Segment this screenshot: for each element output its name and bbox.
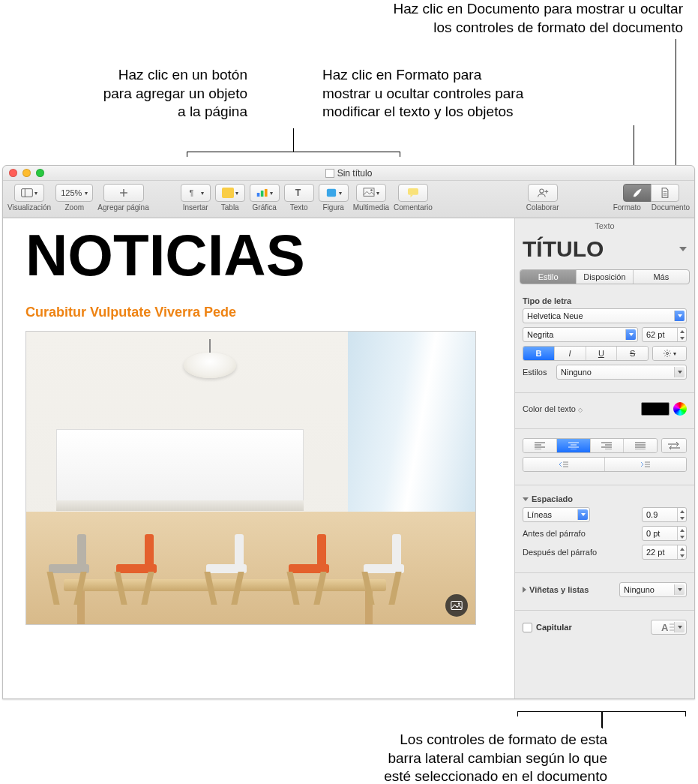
strike-button[interactable]: S bbox=[617, 347, 648, 360]
svg-marker-13 bbox=[410, 195, 413, 198]
minimize-icon[interactable] bbox=[22, 169, 31, 177]
spacing-value-field[interactable]: 0.9 bbox=[642, 507, 687, 522]
svg-point-11 bbox=[370, 189, 373, 191]
zoom-label: Zoom bbox=[64, 204, 84, 212]
font-weight-select[interactable]: Negrita bbox=[523, 327, 638, 342]
underline-button[interactable]: U bbox=[586, 347, 618, 360]
italic-button[interactable]: I bbox=[555, 347, 586, 360]
before-para-field[interactable]: 0 pt bbox=[642, 526, 687, 541]
align-right-button[interactable] bbox=[591, 439, 625, 452]
spacing-disclosure[interactable]: Espaciado bbox=[523, 494, 687, 503]
text-label: Texto bbox=[290, 204, 308, 212]
media-label: Multimedia bbox=[353, 204, 389, 212]
svg-point-22 bbox=[667, 353, 669, 355]
leader-sidebar bbox=[601, 711, 602, 728]
font-family-select[interactable]: Helvetica Neue bbox=[523, 308, 687, 323]
view-label: Visualización bbox=[7, 204, 51, 212]
char-styles-select[interactable]: Ninguno bbox=[556, 365, 687, 380]
dropcap-style-select[interactable]: A bbox=[651, 620, 687, 635]
subheadline[interactable]: Curabitur Vulputate Viverra Pede bbox=[25, 305, 492, 320]
format-button[interactable] bbox=[623, 184, 652, 202]
leader-insert bbox=[293, 128, 294, 152]
format-label: Formato bbox=[613, 204, 641, 212]
media-button[interactable]: ▾ bbox=[356, 184, 386, 202]
text-icon: T bbox=[293, 188, 305, 198]
font-size-field[interactable]: 62 pt bbox=[642, 327, 687, 342]
comment-icon bbox=[407, 188, 419, 198]
page-icon bbox=[659, 188, 671, 198]
document-canvas[interactable]: NOTICIAS Curabitur Vulputate Viverra Ped… bbox=[3, 218, 514, 698]
paragraph-style-popup[interactable]: TÍTULO bbox=[515, 232, 694, 269]
add-page-button[interactable] bbox=[103, 184, 144, 202]
traffic-lights bbox=[9, 169, 44, 177]
svg-point-21 bbox=[458, 602, 460, 605]
direction-button[interactable] bbox=[661, 438, 687, 453]
bold-button[interactable]: B bbox=[523, 347, 555, 360]
insert-button[interactable]: ¶▾ bbox=[181, 184, 211, 202]
indent-button[interactable] bbox=[605, 458, 686, 471]
comment-label: Comentario bbox=[394, 204, 433, 212]
after-para-label: Después del párrafo bbox=[523, 548, 638, 557]
outdent-button[interactable] bbox=[523, 458, 605, 471]
spacing-type-select[interactable]: Líneas bbox=[523, 507, 590, 522]
advanced-font-button[interactable]: ▾ bbox=[652, 346, 687, 361]
doc-title: Sin título bbox=[325, 168, 373, 179]
align-left-button[interactable] bbox=[523, 439, 557, 452]
page: NOTICIAS Curabitur Vulputate Viverra Ped… bbox=[3, 221, 514, 625]
toolbar: ▾ Visualización 125%▾ Zoom Agregar págin… bbox=[3, 181, 694, 218]
svg-text:A: A bbox=[661, 622, 669, 632]
chart-button[interactable]: ▾ bbox=[250, 184, 280, 202]
document-button[interactable] bbox=[651, 184, 679, 202]
comment-button[interactable] bbox=[398, 184, 428, 202]
svg-rect-0 bbox=[22, 189, 33, 197]
shape-button[interactable]: ▾ bbox=[319, 184, 349, 202]
callout-sidebar: Los controles de formato de estabarra la… bbox=[210, 731, 607, 784]
svg-rect-5 bbox=[256, 193, 259, 197]
zoom-icon[interactable] bbox=[36, 169, 44, 177]
tab-style[interactable]: Estilo bbox=[520, 270, 577, 284]
image-replace-icon[interactable] bbox=[445, 594, 468, 617]
pilcrow-icon: ¶ bbox=[187, 188, 199, 198]
text-color-swatch[interactable] bbox=[641, 402, 670, 416]
chart-icon bbox=[256, 188, 268, 198]
bullets-disclosure[interactable]: Viñetas y listas bbox=[523, 585, 616, 594]
align-center-button[interactable] bbox=[557, 439, 591, 452]
font-section-label: Tipo de letra bbox=[523, 296, 687, 305]
collaborate-button[interactable] bbox=[528, 184, 558, 202]
before-para-label: Antes del párrafo bbox=[523, 529, 638, 538]
color-wheel-icon[interactable] bbox=[673, 402, 687, 416]
shape-label: Figura bbox=[323, 204, 344, 212]
svg-rect-9 bbox=[327, 189, 336, 197]
svg-rect-20 bbox=[451, 601, 462, 609]
indent-buttons bbox=[523, 457, 687, 472]
align-justify-button[interactable] bbox=[624, 439, 657, 452]
svg-text:¶: ¶ bbox=[189, 188, 193, 197]
hero-image[interactable] bbox=[25, 331, 476, 625]
callout-document: Haz clic en Documento para mostrar u ocu… bbox=[218, 0, 683, 37]
dropcap-checkbox[interactable] bbox=[523, 623, 532, 632]
svg-rect-10 bbox=[364, 188, 374, 197]
svg-rect-6 bbox=[261, 191, 264, 197]
shape-icon bbox=[325, 188, 337, 198]
text-button[interactable]: T bbox=[284, 184, 314, 202]
table-label: Tabla bbox=[221, 204, 239, 212]
titlebar: Sin título bbox=[3, 166, 694, 181]
zoom-select[interactable]: 125%▾ bbox=[55, 184, 93, 202]
document-label: Documento bbox=[652, 204, 690, 212]
addpage-label: Agregar página bbox=[97, 204, 148, 212]
view-button[interactable]: ▾ bbox=[14, 184, 44, 202]
tab-layout[interactable]: Disposición bbox=[577, 270, 633, 284]
callouts-top: Haz clic en Documento para mostrar u ocu… bbox=[0, 0, 698, 165]
bullets-select[interactable]: Ninguno bbox=[619, 582, 687, 597]
brush-icon bbox=[631, 188, 643, 198]
format-doc-segment bbox=[623, 184, 679, 202]
tab-more[interactable]: Más bbox=[634, 270, 689, 284]
plus-icon bbox=[118, 188, 130, 198]
after-para-field[interactable]: 22 pt bbox=[642, 545, 687, 560]
close-icon[interactable] bbox=[9, 169, 17, 177]
leader-doc bbox=[676, 39, 676, 180]
person-add-icon bbox=[537, 188, 549, 198]
sidebar-view-icon bbox=[21, 188, 33, 198]
headline[interactable]: NOTICIAS bbox=[25, 221, 492, 290]
table-button[interactable]: ▾ bbox=[215, 184, 245, 202]
